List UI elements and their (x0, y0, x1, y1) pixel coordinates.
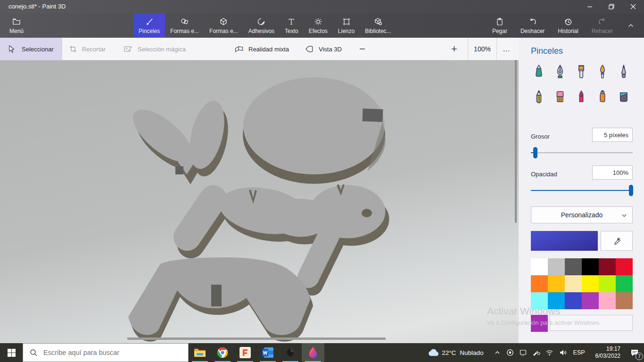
palette-swatch-14[interactable] (565, 292, 582, 309)
text-icon (287, 17, 296, 26)
palette-swatch-11[interactable] (616, 275, 633, 292)
tab-efectos[interactable]: Efectos (304, 13, 333, 38)
brush-marker-icon[interactable] (530, 62, 548, 81)
model-conejo (0, 60, 519, 343)
undo-button[interactable]: Deshacer (514, 13, 551, 38)
redo-button[interactable]: Rehacer (585, 13, 619, 38)
restore-button[interactable] (601, 0, 622, 13)
record-icon[interactable] (504, 349, 517, 356)
palette-mode-dropdown[interactable]: Personalizado (531, 206, 633, 223)
taskbar-app-file-explorer[interactable] (189, 343, 211, 362)
brush-eraser-icon[interactable] (551, 88, 569, 107)
crop-tool-button[interactable]: Recortar (69, 38, 106, 60)
palette-swatch-9[interactable] (582, 275, 599, 292)
connect-display-icon[interactable] (517, 349, 530, 356)
tab-pinceles[interactable]: Pinceles (133, 13, 165, 38)
palette-swatch-4[interactable] (599, 258, 616, 275)
magic-select-button[interactable]: Selección mágica (124, 38, 186, 60)
wifi-icon[interactable] (543, 350, 556, 356)
weather-temp[interactable]: 22°C (442, 349, 456, 356)
language-indicator[interactable]: ESP (573, 349, 585, 356)
view-3d-button[interactable]: Vista 3D (305, 38, 342, 60)
opacity-value-input[interactable] (592, 165, 633, 180)
collapse-ribbon-button[interactable] (620, 13, 641, 38)
brush-pencil-icon[interactable] (530, 88, 548, 107)
palette-swatch-2[interactable] (565, 258, 582, 275)
brush-fill-bucket-icon[interactable] (615, 88, 633, 107)
palette-swatch-0[interactable] (531, 258, 548, 275)
palette-swatch-13[interactable] (548, 292, 565, 309)
palette-swatch-7[interactable] (548, 275, 565, 292)
minimize-button[interactable] (579, 0, 601, 13)
tab-biblioteca[interactable]: Bibliotec... (360, 13, 396, 38)
weather-condition[interactable]: Nublado (460, 349, 483, 356)
clock[interactable]: 19:17 6/03/2022 (595, 346, 620, 360)
brush-flat-brush-icon[interactable] (572, 62, 590, 81)
close-button[interactable] (622, 0, 644, 13)
brush-oil-brush-icon[interactable] (594, 62, 611, 81)
palette-swatch-6[interactable] (531, 275, 548, 292)
chrome-icon (217, 347, 228, 358)
eyedropper-button[interactable] (601, 231, 633, 251)
add-color-button[interactable] (550, 315, 633, 331)
taskbar-app-chrome[interactable] (211, 343, 234, 362)
shapes-2d-icon (180, 17, 190, 26)
brush-pixel-pen-icon[interactable] (615, 62, 633, 81)
canvas-scrollbar[interactable] (515, 60, 517, 223)
taskbar-app-word[interactable] (256, 343, 279, 362)
volume-icon[interactable] (556, 349, 570, 356)
palette-swatch-1[interactable] (548, 258, 565, 275)
brush-calligraphy-pen-icon[interactable] (551, 62, 569, 81)
brush-crayon-icon[interactable] (572, 88, 590, 107)
tab-formas-3d[interactable]: Formas e... (204, 13, 243, 38)
pen-battery-icon[interactable] (530, 350, 543, 356)
tools-toolbar: Seleccionar Recortar Selección mágica Re… (0, 38, 519, 60)
brush-grid (528, 62, 635, 107)
brush-spray-can-icon[interactable] (594, 88, 611, 107)
paste-button[interactable]: Pegar (486, 13, 514, 38)
thickness-slider-thumb[interactable] (533, 147, 537, 158)
tab-texto[interactable]: Texto (280, 13, 304, 38)
restore-icon (607, 2, 616, 11)
zoom-in-button[interactable]: + (451, 38, 457, 60)
palette-swatch-3[interactable] (582, 258, 599, 275)
brush-icon (145, 17, 154, 26)
taskbar-search[interactable] (23, 343, 189, 362)
taskbar-app-fusion-360[interactable] (234, 343, 256, 362)
palette-swatch-12[interactable] (531, 292, 548, 309)
canvas-3d-view[interactable] (0, 60, 519, 343)
palette-swatch-15[interactable] (582, 292, 599, 309)
notification-center-button[interactable]: 7 (625, 343, 644, 362)
opacity-slider-thumb[interactable] (629, 185, 633, 196)
taskbar-app-paint-3d[interactable] (302, 343, 324, 362)
start-button[interactable] (0, 343, 23, 362)
palette-swatch-16[interactable] (599, 292, 616, 309)
current-color-swatch[interactable] (531, 231, 598, 251)
close-icon (628, 2, 638, 11)
thickness-value-input[interactable] (592, 128, 633, 142)
palette-swatch-5[interactable] (616, 258, 633, 275)
opacity-slider[interactable] (531, 190, 633, 191)
custom-color-swatch-0[interactable] (531, 315, 548, 332)
palette-swatch-10[interactable] (599, 275, 616, 292)
tab-adhesivos[interactable]: Adhesivos (243, 13, 280, 38)
paste-clipboard-icon (495, 17, 504, 26)
weather-cloud-icon[interactable] (426, 349, 442, 356)
zoom-out-button[interactable]: − (359, 38, 365, 60)
select-tool-button[interactable]: Seleccionar (0, 38, 62, 60)
ribbon: Menú Pinceles Formas e... Formas e... Ad… (0, 13, 644, 38)
taskbar-app-inkscape[interactable] (279, 343, 302, 362)
menu-button[interactable]: Menú (4, 13, 29, 38)
tab-lienzo[interactable]: Lienzo (333, 13, 360, 38)
palette-swatch-8[interactable] (565, 275, 582, 292)
tray-chevron-up-icon[interactable] (491, 349, 504, 356)
search-input[interactable] (43, 349, 175, 356)
more-options-button[interactable]: … (503, 38, 511, 60)
tab-formas-2d[interactable]: Formas e... (165, 13, 204, 38)
history-button[interactable]: Historial (551, 13, 585, 38)
paint3d-window: conejo.stl* - Paint 3D Menú Pinceles (0, 0, 644, 362)
mixed-reality-button[interactable]: Realidad mixta (234, 38, 289, 60)
palette-swatch-17[interactable] (616, 292, 633, 309)
zoom-level[interactable]: 100% (468, 38, 497, 60)
thickness-slider[interactable] (531, 152, 633, 153)
